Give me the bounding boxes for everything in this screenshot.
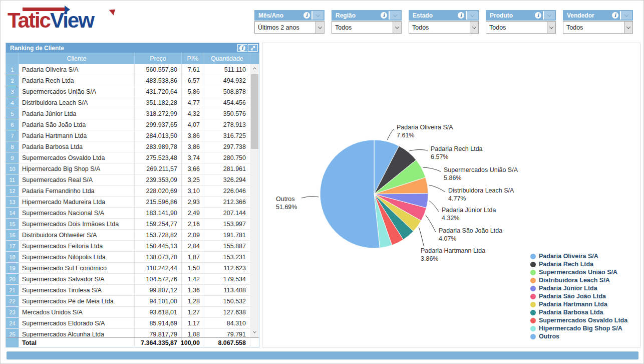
collapsed-panel-bar[interactable]: [7, 351, 638, 359]
select-dropdown-button[interactable]: [393, 22, 401, 33]
table-row[interactable]: 12Padaria Fernandinho Ltda228.020,693,10…: [6, 186, 259, 197]
table-row[interactable]: 7Padaria Hartmann Ltda284.013,503,86316.…: [6, 130, 259, 141]
legend-item[interactable]: Distribuidora Leach S/A: [530, 276, 627, 284]
table-row[interactable]: 24Supermercados Eldorado S/A85.914,691,1…: [6, 318, 259, 329]
rank-cell: 25: [6, 329, 19, 337]
total-label: Total: [19, 338, 135, 347]
pie-slice-outros[interactable]: [320, 140, 380, 248]
info-icon[interactable]: i: [458, 12, 464, 19]
info-icon[interactable]: i: [535, 12, 541, 19]
rank-cell: 13: [6, 197, 19, 207]
table-row[interactable]: 16Distribuidora Ohlweiler S/A153.728,822…: [6, 230, 259, 241]
pie-chart: Padaria Oliveira S/A7.61%Padaria Rech Lt…: [262, 43, 640, 347]
legend-item[interactable]: Padaria Hartmann Ltda: [530, 300, 627, 308]
vendedor-select[interactable]: Todos: [563, 21, 633, 34]
legend-item[interactable]: Padaria Barbosa Ltda: [530, 308, 627, 316]
table-row[interactable]: 11Supermercados Real S/A239.353,093,2532…: [6, 174, 259, 186]
select-dropdown-button[interactable]: [470, 22, 478, 33]
pi-cell: 3,66: [182, 163, 204, 174]
panel-expand-button[interactable]: [248, 44, 258, 52]
legend-item[interactable]: Padaria Oliveira S/A: [530, 252, 627, 260]
table-row[interactable]: 17Supermercados Feitoria Ltda150.445,132…: [6, 241, 259, 252]
legend-item[interactable]: Supermercados União S/A: [530, 268, 627, 276]
select-dropdown-button[interactable]: [315, 22, 324, 33]
pie-label-percent: 7.61%: [397, 131, 453, 139]
table-row[interactable]: 22Supermercados Pé de Meia Ltda94.101,00…: [6, 296, 259, 307]
legend-item[interactable]: Outros: [530, 332, 627, 340]
table-row[interactable]: 21Supermercados Tirolesa S/A99.807,121,3…: [6, 285, 259, 296]
table-row[interactable]: 20Supermercados Salvador S/A104.572,761,…: [6, 274, 259, 285]
filter-options-button[interactable]: [311, 11, 324, 20]
scrollbar-thumb[interactable]: [251, 74, 258, 149]
table-row[interactable]: 10Hipermercado Big Shop S/A269.211,573,6…: [6, 163, 259, 174]
table-row[interactable]: 2Padaria Rech Ltda483.538,866,57494.932: [6, 75, 259, 86]
client-cell: Supermercados Osvaldo Ltda: [19, 152, 135, 163]
client-cell: Padaria Hartmann Ltda: [19, 130, 135, 141]
panel-info-button[interactable]: i: [237, 44, 247, 52]
table-row[interactable]: 1Padaria Oliveira S/A560.557,807,61511.1…: [6, 64, 259, 75]
client-cell: Supermercados Nacional S/A: [19, 208, 135, 218]
quantidade-cell: 153.231: [204, 252, 250, 262]
table-row[interactable]: 8Padaria Barbosa Ltda283.989,783,86297.7…: [6, 141, 259, 152]
pie-label-name: Padaria Oliveira S/A: [397, 123, 453, 131]
mes-ano-select[interactable]: Últimos 2 anos: [254, 21, 325, 34]
quantidade-cell: 350.576: [204, 108, 250, 119]
filter-mes-ano-header: Mês/Ano i: [254, 10, 325, 21]
table-row[interactable]: 9Supermercados Osvaldo Ltda275.523,483,7…: [6, 152, 259, 163]
legend-item[interactable]: Hipermercado Big Shop S/A: [530, 324, 627, 332]
filter-regiao: Região i Todos: [332, 10, 402, 34]
legend-item[interactable]: Supermercados Osvaldo Ltda: [530, 316, 627, 324]
filter-options-button[interactable]: [466, 11, 478, 20]
preco-cell: 560.557,80: [135, 64, 182, 75]
produto-select[interactable]: Todos: [486, 21, 556, 34]
legend-item[interactable]: Padaria Júnior Ltda: [530, 284, 627, 292]
preco-cell: 183.141,90: [135, 208, 182, 218]
scroll-up-button[interactable]: [250, 64, 259, 73]
table-row[interactable]: 15Supermercados Dois Irmãoes Ltda159.254…: [6, 219, 259, 230]
pie-label-percent: 4.77%: [448, 195, 514, 203]
filter-mes-ano: Mês/Ano i Últimos 2 anos: [254, 10, 325, 34]
chevron-down-icon: [470, 13, 474, 17]
filter-options-button[interactable]: [543, 11, 555, 20]
chevron-down-icon: [395, 25, 399, 29]
table-row[interactable]: 6Padaria São João Ltda299.937,654,07278.…: [6, 119, 259, 130]
pie-label-name: Padaria Hartmann Ltda: [421, 247, 485, 255]
rank-cell: 4: [6, 97, 19, 108]
estado-select[interactable]: Todos: [409, 21, 479, 34]
col-header-preco[interactable]: Preço: [135, 53, 182, 64]
client-cell: Padaria Oliveira S/A: [19, 64, 135, 75]
table-row[interactable]: 23Mercados Unidos S/A93.618,011,27127.63…: [6, 307, 259, 318]
table-row[interactable]: 25Supermercados Alcunha Ltda79.817,791,0…: [6, 329, 259, 337]
table-row[interactable]: 5Padaria Júnior Ltda318.272,994,32350.57…: [6, 108, 259, 119]
pi-cell: 1,50: [182, 263, 204, 273]
pi-cell: 3,10: [182, 186, 204, 196]
select-dropdown-button[interactable]: [624, 22, 632, 33]
info-icon[interactable]: i: [612, 12, 618, 19]
legend-dot-icon: [530, 254, 536, 259]
legend-label: Padaria Rech Ltda: [539, 261, 593, 268]
pi-cell: 1,42: [182, 274, 204, 284]
table-scrollbar[interactable]: [250, 64, 259, 337]
col-header-cliente[interactable]: Cliente: [19, 53, 135, 64]
legend-dot-icon: [530, 318, 536, 323]
filter-options-button[interactable]: [389, 11, 401, 20]
info-icon[interactable]: i: [381, 12, 387, 19]
filter-options-button[interactable]: [620, 11, 632, 20]
regiao-select[interactable]: Todos: [332, 21, 402, 34]
legend-item[interactable]: Padaria Rech Ltda: [530, 260, 627, 268]
info-icon[interactable]: i: [303, 12, 310, 19]
col-header-quantidade[interactable]: Quantidade: [204, 53, 250, 64]
table-row[interactable]: 4Distribuidora Leach S/A351.182,284,7745…: [6, 97, 259, 108]
table-row[interactable]: 3Supermercados União S/A431.720,645,8650…: [6, 86, 259, 97]
quantidade-cell: 153.997: [204, 219, 250, 229]
preco-cell: 299.937,65: [135, 119, 182, 130]
chevron-down-icon: [393, 13, 397, 17]
table-row[interactable]: 14Supermercados Nacional S/A183.141,902,…: [6, 208, 259, 219]
table-row[interactable]: 19Supermercado Sul Econômico110.242,441,…: [6, 263, 259, 274]
select-dropdown-button[interactable]: [547, 22, 555, 33]
col-header-pi[interactable]: PI%: [182, 53, 204, 64]
scroll-down-button[interactable]: [250, 328, 259, 336]
table-row[interactable]: 13Hipermercado Madureira Ltda215.596,862…: [6, 197, 259, 208]
legend-item[interactable]: Padaria São João Ltda: [530, 292, 627, 300]
table-row[interactable]: 18Supermercados Nilópolis Ltda138.073,70…: [6, 252, 259, 263]
